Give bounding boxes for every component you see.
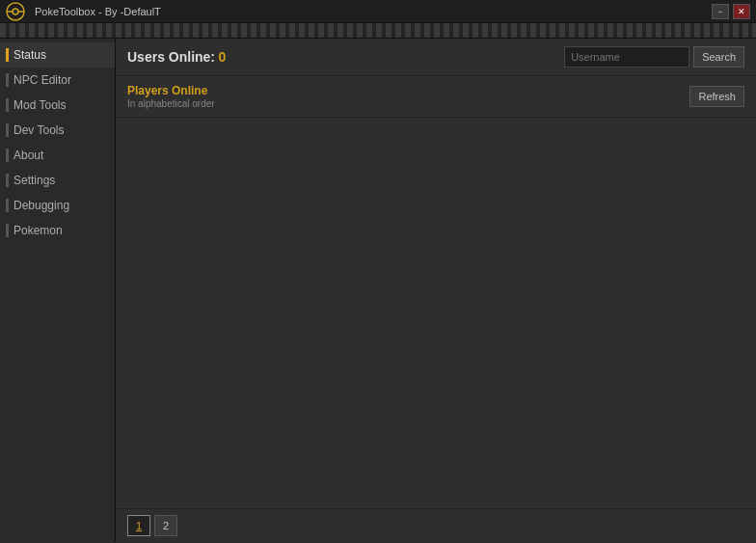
users-online-title: Users Online: 0 bbox=[127, 49, 226, 65]
sidebar-label-pokemon: Pokemon bbox=[14, 224, 63, 237]
players-online-label: Players Online bbox=[127, 84, 215, 97]
main-layout: Status NPC Editor Mod Tools Dev Tools Ab… bbox=[0, 39, 756, 542]
toolbar-strip bbox=[0, 23, 756, 39]
page-2-button[interactable]: 2 bbox=[154, 515, 177, 536]
sidebar-label-debugging: Debugging bbox=[14, 199, 69, 212]
sidebar-item-status[interactable]: Status bbox=[0, 42, 115, 68]
sidebar-label-settings: Settings bbox=[14, 174, 55, 187]
refresh-button[interactable]: Refresh bbox=[689, 86, 744, 107]
sidebar-item-about[interactable]: About bbox=[0, 143, 115, 168]
sidebar-label-mod-tools: Mod Tools bbox=[14, 98, 66, 112]
content-header: Users Online: 0 Search bbox=[116, 39, 756, 76]
search-input[interactable] bbox=[564, 46, 689, 68]
player-list bbox=[116, 118, 756, 508]
sidebar-item-debugging[interactable]: Debugging bbox=[0, 193, 115, 218]
close-button[interactable]: ✕ bbox=[733, 4, 750, 19]
search-button[interactable]: Search bbox=[693, 46, 744, 68]
sidebar-item-mod-tools[interactable]: Mod Tools bbox=[0, 93, 115, 118]
sidebar-item-dev-tools[interactable]: Dev Tools bbox=[0, 118, 115, 143]
sidebar: Status NPC Editor Mod Tools Dev Tools Ab… bbox=[0, 39, 116, 542]
players-section-left: Players Online In alphabetical order bbox=[127, 84, 215, 109]
sidebar-label-npc-editor: NPC Editor bbox=[14, 73, 71, 87]
minimize-button[interactable]: − bbox=[712, 4, 729, 19]
sidebar-item-settings[interactable]: Settings bbox=[0, 168, 115, 193]
content-area: Users Online: 0 Search Players Online In… bbox=[116, 39, 756, 542]
sidebar-item-npc-editor[interactable]: NPC Editor bbox=[0, 68, 115, 93]
users-online-count: 0 bbox=[218, 49, 226, 65]
pagination: 1 2 bbox=[116, 508, 756, 542]
players-subtitle: In alphabetical order bbox=[127, 98, 215, 109]
title-bar-controls: − ✕ bbox=[712, 4, 750, 19]
sidebar-label-status: Status bbox=[14, 48, 46, 62]
sidebar-label-dev-tools: Dev Tools bbox=[14, 123, 64, 137]
players-section: Players Online In alphabetical order Ref… bbox=[116, 76, 756, 118]
pokeball-icon bbox=[6, 2, 25, 21]
users-online-label: Users Online: bbox=[127, 49, 215, 65]
search-controls: Search bbox=[564, 46, 744, 68]
sidebar-label-about: About bbox=[14, 149, 43, 162]
sidebar-item-pokemon[interactable]: Pokemon bbox=[0, 218, 115, 243]
svg-point-1 bbox=[13, 9, 18, 14]
page-1-button[interactable]: 1 bbox=[127, 515, 150, 536]
title-bar: PokeToolbox - By -DefaulT − ✕ bbox=[0, 0, 756, 23]
window-title: PokeToolbox - By -DefaulT bbox=[35, 6, 161, 17]
